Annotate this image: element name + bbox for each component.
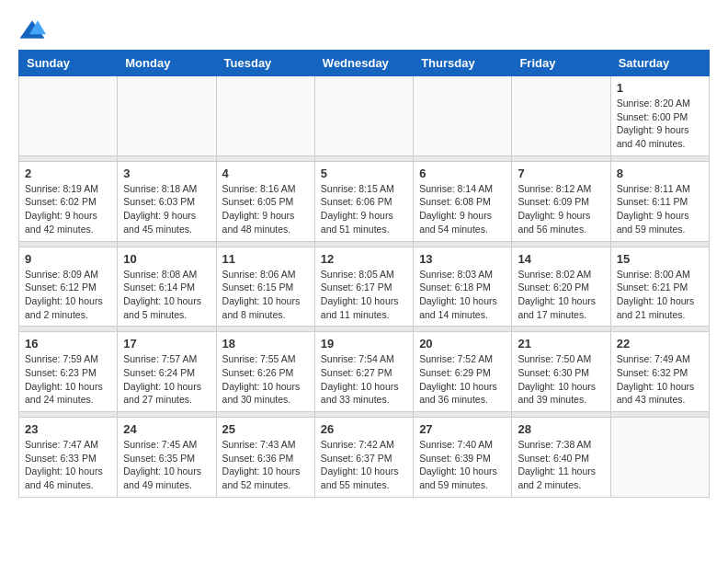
calendar-day-cell: 7Sunrise: 8:12 AM Sunset: 6:09 PM Daylig… xyxy=(512,161,610,241)
day-number: 12 xyxy=(321,252,407,266)
day-info: Sunrise: 7:50 AM Sunset: 6:30 PM Dayligh… xyxy=(518,352,604,407)
day-info: Sunrise: 8:19 AM Sunset: 6:02 PM Dayligh… xyxy=(25,182,111,236)
day-number: 16 xyxy=(25,337,111,350)
calendar-day-cell xyxy=(19,76,118,156)
day-info: Sunrise: 7:38 AM Sunset: 6:40 PM Dayligh… xyxy=(518,438,604,492)
day-number: 3 xyxy=(123,167,210,180)
day-info: Sunrise: 8:11 AM Sunset: 6:11 PM Dayligh… xyxy=(617,182,703,236)
calendar-day-cell: 25Sunrise: 7:43 AM Sunset: 6:36 PM Dayli… xyxy=(216,418,314,498)
calendar-day-cell: 15Sunrise: 8:00 AM Sunset: 6:21 PM Dayli… xyxy=(610,247,709,327)
day-number: 25 xyxy=(222,422,309,436)
day-info: Sunrise: 8:05 AM Sunset: 6:17 PM Dayligh… xyxy=(321,268,407,322)
day-info: Sunrise: 7:45 AM Sunset: 6:35 PM Dayligh… xyxy=(123,438,210,492)
calendar-day-header: Saturday xyxy=(610,51,709,76)
day-number: 8 xyxy=(617,167,703,180)
calendar-day-cell: 16Sunrise: 7:59 AM Sunset: 6:23 PM Dayli… xyxy=(19,332,118,412)
day-number: 10 xyxy=(123,252,210,266)
logo-icon xyxy=(18,18,46,40)
calendar-day-cell xyxy=(610,418,709,498)
calendar-day-cell: 1Sunrise: 8:20 AM Sunset: 6:00 PM Daylig… xyxy=(610,76,709,156)
day-number: 17 xyxy=(123,337,210,350)
day-info: Sunrise: 8:20 AM Sunset: 6:00 PM Dayligh… xyxy=(617,97,703,151)
day-info: Sunrise: 8:12 AM Sunset: 6:09 PM Dayligh… xyxy=(518,182,604,236)
calendar-day-header: Tuesday xyxy=(216,51,314,76)
calendar-day-cell xyxy=(314,76,413,156)
day-info: Sunrise: 7:57 AM Sunset: 6:24 PM Dayligh… xyxy=(123,352,210,407)
day-info: Sunrise: 7:59 AM Sunset: 6:23 PM Dayligh… xyxy=(25,352,111,407)
day-number: 22 xyxy=(617,337,703,350)
logo xyxy=(18,18,50,40)
calendar-day-cell: 22Sunrise: 7:49 AM Sunset: 6:32 PM Dayli… xyxy=(610,332,709,412)
day-info: Sunrise: 7:55 AM Sunset: 6:26 PM Dayligh… xyxy=(222,352,309,407)
day-info: Sunrise: 8:03 AM Sunset: 6:18 PM Dayligh… xyxy=(419,268,506,322)
calendar-day-header: Wednesday xyxy=(314,51,413,76)
calendar-day-cell: 6Sunrise: 8:14 AM Sunset: 6:08 PM Daylig… xyxy=(414,161,512,241)
calendar-day-header: Thursday xyxy=(414,51,512,76)
calendar-day-cell: 26Sunrise: 7:42 AM Sunset: 6:37 PM Dayli… xyxy=(314,418,413,498)
calendar-day-cell: 21Sunrise: 7:50 AM Sunset: 6:30 PM Dayli… xyxy=(512,332,610,412)
day-number: 11 xyxy=(222,252,309,266)
day-number: 23 xyxy=(25,422,111,436)
day-number: 6 xyxy=(419,167,506,180)
calendar-day-cell: 2Sunrise: 8:19 AM Sunset: 6:02 PM Daylig… xyxy=(19,161,118,241)
calendar-day-cell: 3Sunrise: 8:18 AM Sunset: 6:03 PM Daylig… xyxy=(118,161,216,241)
calendar-day-cell: 5Sunrise: 8:15 AM Sunset: 6:06 PM Daylig… xyxy=(314,161,413,241)
day-number: 27 xyxy=(419,422,506,436)
calendar-day-cell: 4Sunrise: 8:16 AM Sunset: 6:05 PM Daylig… xyxy=(216,161,314,241)
calendar-week-row: 16Sunrise: 7:59 AM Sunset: 6:23 PM Dayli… xyxy=(19,332,710,412)
calendar-day-cell: 9Sunrise: 8:09 AM Sunset: 6:12 PM Daylig… xyxy=(19,247,118,327)
day-number: 14 xyxy=(518,252,604,266)
day-info: Sunrise: 7:52 AM Sunset: 6:29 PM Dayligh… xyxy=(419,352,506,407)
header xyxy=(18,18,710,40)
day-info: Sunrise: 8:02 AM Sunset: 6:20 PM Dayligh… xyxy=(518,268,604,322)
day-number: 18 xyxy=(222,337,309,350)
calendar-day-cell: 8Sunrise: 8:11 AM Sunset: 6:11 PM Daylig… xyxy=(610,161,709,241)
calendar-day-cell xyxy=(414,76,512,156)
calendar-day-cell: 17Sunrise: 7:57 AM Sunset: 6:24 PM Dayli… xyxy=(118,332,216,412)
day-info: Sunrise: 8:15 AM Sunset: 6:06 PM Dayligh… xyxy=(321,182,407,236)
calendar-week-row: 1Sunrise: 8:20 AM Sunset: 6:00 PM Daylig… xyxy=(19,76,710,156)
day-number: 9 xyxy=(25,252,111,266)
calendar-day-header: Sunday xyxy=(19,51,118,76)
day-info: Sunrise: 7:49 AM Sunset: 6:32 PM Dayligh… xyxy=(617,352,703,407)
calendar-table: SundayMondayTuesdayWednesdayThursdayFrid… xyxy=(18,50,710,498)
calendar-day-cell: 14Sunrise: 8:02 AM Sunset: 6:20 PM Dayli… xyxy=(512,247,610,327)
calendar-day-cell: 27Sunrise: 7:40 AM Sunset: 6:39 PM Dayli… xyxy=(414,418,512,498)
day-number: 5 xyxy=(321,167,407,180)
calendar-day-cell: 20Sunrise: 7:52 AM Sunset: 6:29 PM Dayli… xyxy=(414,332,512,412)
calendar-day-cell: 28Sunrise: 7:38 AM Sunset: 6:40 PM Dayli… xyxy=(512,418,610,498)
day-number: 13 xyxy=(419,252,506,266)
day-info: Sunrise: 8:06 AM Sunset: 6:15 PM Dayligh… xyxy=(222,268,309,322)
calendar-week-row: 9Sunrise: 8:09 AM Sunset: 6:12 PM Daylig… xyxy=(19,247,710,327)
day-info: Sunrise: 8:16 AM Sunset: 6:05 PM Dayligh… xyxy=(222,182,309,236)
calendar-day-cell: 19Sunrise: 7:54 AM Sunset: 6:27 PM Dayli… xyxy=(314,332,413,412)
calendar-day-cell xyxy=(118,76,216,156)
calendar-week-row: 2Sunrise: 8:19 AM Sunset: 6:02 PM Daylig… xyxy=(19,161,710,241)
day-info: Sunrise: 8:09 AM Sunset: 6:12 PM Dayligh… xyxy=(25,268,111,322)
day-number: 24 xyxy=(123,422,210,436)
day-info: Sunrise: 8:18 AM Sunset: 6:03 PM Dayligh… xyxy=(123,182,210,236)
calendar-day-cell: 24Sunrise: 7:45 AM Sunset: 6:35 PM Dayli… xyxy=(118,418,216,498)
day-number: 7 xyxy=(518,167,604,180)
day-info: Sunrise: 7:42 AM Sunset: 6:37 PM Dayligh… xyxy=(321,438,407,492)
calendar-day-header: Friday xyxy=(512,51,610,76)
day-number: 19 xyxy=(321,337,407,350)
day-number: 2 xyxy=(25,167,111,180)
calendar-header-row: SundayMondayTuesdayWednesdayThursdayFrid… xyxy=(19,51,710,76)
day-number: 20 xyxy=(419,337,506,350)
day-info: Sunrise: 8:08 AM Sunset: 6:14 PM Dayligh… xyxy=(123,268,210,322)
calendar-day-cell: 13Sunrise: 8:03 AM Sunset: 6:18 PM Dayli… xyxy=(414,247,512,327)
day-number: 28 xyxy=(518,422,604,436)
calendar-day-header: Monday xyxy=(118,51,216,76)
day-info: Sunrise: 7:40 AM Sunset: 6:39 PM Dayligh… xyxy=(419,438,506,492)
calendar-day-cell xyxy=(512,76,610,156)
day-info: Sunrise: 7:43 AM Sunset: 6:36 PM Dayligh… xyxy=(222,438,309,492)
calendar-day-cell: 23Sunrise: 7:47 AM Sunset: 6:33 PM Dayli… xyxy=(19,418,118,498)
calendar-day-cell: 12Sunrise: 8:05 AM Sunset: 6:17 PM Dayli… xyxy=(314,247,413,327)
day-number: 21 xyxy=(518,337,604,350)
calendar-day-cell: 10Sunrise: 8:08 AM Sunset: 6:14 PM Dayli… xyxy=(118,247,216,327)
day-number: 26 xyxy=(321,422,407,436)
day-number: 4 xyxy=(222,167,309,180)
day-number: 1 xyxy=(617,81,703,95)
day-number: 15 xyxy=(617,252,703,266)
